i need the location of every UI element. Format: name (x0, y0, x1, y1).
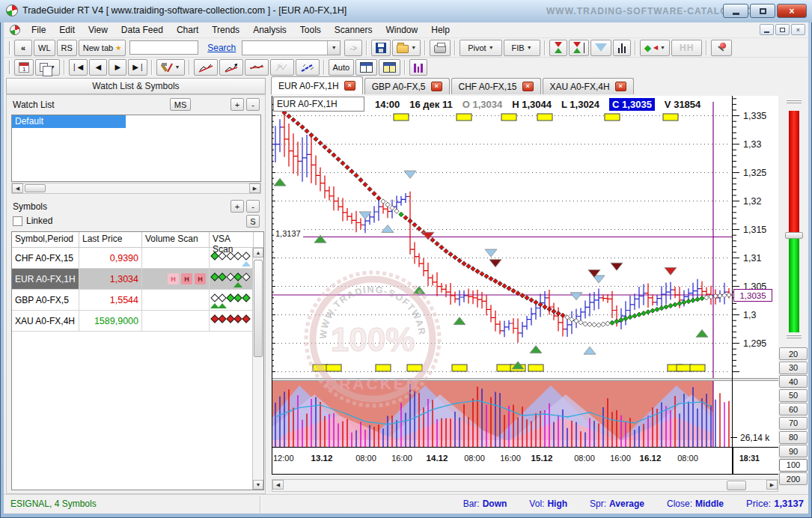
copy-dropdown[interactable]: ▼ (35, 59, 60, 76)
menu-item-trends[interactable]: Trends (205, 23, 246, 37)
tab-close-button[interactable]: × (522, 82, 534, 91)
watchlist-remove-button[interactable]: - (246, 98, 260, 111)
scale-button-40[interactable]: 40 (779, 375, 808, 388)
maximize-button[interactable] (750, 4, 775, 18)
next-bar-button[interactable]: ▶ (109, 59, 126, 76)
trend-tool-disabled-button[interactable] (270, 59, 294, 76)
menu-item-file[interactable]: File (25, 23, 52, 37)
scroll-up-icon[interactable]: ▲ (253, 248, 263, 258)
tab-close-button[interactable]: × (431, 82, 442, 91)
scale-button-60[interactable]: 60 (779, 403, 808, 415)
save-button[interactable] (371, 40, 391, 56)
symbols-remove-button[interactable]: - (246, 200, 260, 213)
scroll-thumb[interactable] (25, 184, 46, 192)
menu-item-edit[interactable]: Edit (52, 23, 82, 37)
prev-bar-button[interactable]: ◀ (89, 59, 107, 76)
mdi-minimize-button[interactable] (760, 24, 774, 35)
symbols-vscrollbar[interactable]: ▲ ▼ (252, 248, 263, 490)
scroll-right-icon[interactable]: ▶ (766, 480, 778, 490)
auto-button[interactable]: Auto (329, 59, 355, 76)
scale-button-90[interactable]: 90 (779, 445, 808, 457)
go-button[interactable]: -> (344, 40, 362, 56)
watch-list-button[interactable]: WL (34, 40, 55, 56)
scale-button-70[interactable]: 70 (779, 417, 808, 430)
rs-button[interactable]: RS (57, 40, 77, 56)
app-menu-icon[interactable] (10, 25, 20, 35)
title-bar[interactable]: TradeGuider RT V4 [ www.traiding-softwar… (0, 0, 812, 22)
scroll-left-icon[interactable]: ◀ (12, 183, 23, 193)
scale-button-80[interactable]: 80 (779, 431, 808, 444)
menu-item-view[interactable]: View (82, 23, 115, 37)
menu-item-data-feed[interactable]: Data Feed (115, 23, 170, 37)
combobox-dropdown-icon[interactable]: ▼ (327, 41, 340, 55)
symbol-combobox[interactable]: ▼ (242, 40, 341, 55)
new-tab-button[interactable]: New tab★ (79, 40, 126, 56)
trend-tool-3-button[interactable] (245, 59, 269, 76)
hh-button[interactable]: HH (671, 40, 702, 56)
fib-dropdown[interactable]: FIB▼ (504, 40, 540, 56)
signal-blue-button[interactable] (590, 40, 611, 56)
column-header[interactable]: Symbol,Period (12, 232, 79, 247)
table-row[interactable]: EUR A0-FX,1H1,3034HHH (12, 269, 263, 290)
histogram-button[interactable] (409, 59, 427, 76)
pivot-dropdown[interactable]: Pivot▼ (460, 40, 501, 56)
trend-tool-2-button[interactable] (219, 59, 243, 76)
toolbar-grip[interactable] (9, 61, 11, 74)
signals-flag-button[interactable] (569, 40, 589, 56)
minimize-button[interactable] (723, 4, 748, 18)
chart-symbol-box[interactable]: EUR A0-FX,1H (273, 97, 364, 112)
menu-item-chart[interactable]: Chart (170, 23, 205, 37)
diamond-signal-dropdown[interactable]: ◆◀▼ (640, 40, 670, 56)
table-row[interactable]: XAU A0-FX,4H1589,9000 (12, 311, 263, 332)
scroll-thumb[interactable] (727, 481, 746, 490)
menu-item-scanners[interactable]: Scanners (328, 23, 379, 37)
symbols-add-button[interactable]: + (231, 200, 244, 213)
menu-item-help[interactable]: Help (424, 23, 457, 37)
watch-list-box[interactable]: Default (11, 115, 261, 182)
watchlist-hscrollbar[interactable]: ◀ ▶ (11, 183, 261, 194)
scroll-right-icon[interactable]: ▶ (249, 183, 260, 193)
close-button[interactable]: × (777, 4, 807, 18)
slider-upper-range[interactable] (789, 111, 799, 232)
bars-display-button[interactable] (613, 40, 631, 56)
chart-tab[interactable]: CHF A0-FX,15× (451, 78, 541, 94)
collapse-panel-button[interactable]: « (14, 40, 32, 56)
table-row[interactable]: GBP A0-FX,51,5544 (12, 290, 263, 311)
calendar-button[interactable] (14, 59, 34, 76)
print-button[interactable] (430, 40, 451, 56)
volume-pane[interactable] (272, 381, 778, 448)
scroll-down-icon[interactable]: ▼ (253, 480, 263, 490)
scale-button-200[interactable]: 200 (779, 472, 808, 485)
scale-button-50[interactable]: 50 (779, 389, 808, 402)
signals-updown-button[interactable] (549, 40, 567, 56)
slider-lower-range[interactable] (789, 239, 799, 332)
menu-item-tools[interactable]: Tools (293, 23, 328, 37)
first-bar-button[interactable]: |◀ (69, 59, 88, 76)
toolbar-grip[interactable] (9, 41, 11, 55)
scroll-left-icon[interactable]: ◀ (272, 480, 284, 490)
price-chart-canvas[interactable] (272, 96, 732, 378)
scatter-tool-button[interactable] (296, 59, 320, 76)
symbol-input[interactable] (129, 40, 198, 55)
scale-button-100[interactable]: 100 (779, 459, 808, 472)
last-bar-button[interactable]: ▶| (128, 59, 147, 76)
chart-hscrollbar[interactable]: ◀ ▶ (272, 479, 778, 492)
column-header[interactable]: Volume Scan (142, 232, 210, 247)
tab-close-button[interactable]: × (344, 81, 355, 91)
open-button[interactable]: ▼ (392, 40, 421, 56)
window-layout-button[interactable] (355, 59, 377, 76)
chart-tab[interactable]: XAU A0-FX,4H× (543, 78, 634, 94)
scan-button[interactable]: S (246, 215, 260, 228)
scale-button-30[interactable]: 30 (779, 362, 808, 374)
scale-button-20[interactable]: 20 (779, 347, 808, 360)
watch-list-item[interactable]: Default (12, 115, 126, 128)
table-row[interactable]: CHF A0-FX,150,9390 (12, 248, 263, 269)
linked-checkbox[interactable] (13, 216, 22, 226)
search-link[interactable]: Search (207, 43, 236, 53)
tab-close-button[interactable]: × (615, 82, 626, 91)
column-header[interactable]: Last Price (79, 232, 142, 247)
chart-tab[interactable]: EUR A0-FX,1H× (271, 76, 363, 94)
slider-thumb[interactable] (785, 232, 803, 239)
pin-button[interactable] (711, 40, 732, 56)
mdi-restore-button[interactable] (775, 24, 790, 35)
